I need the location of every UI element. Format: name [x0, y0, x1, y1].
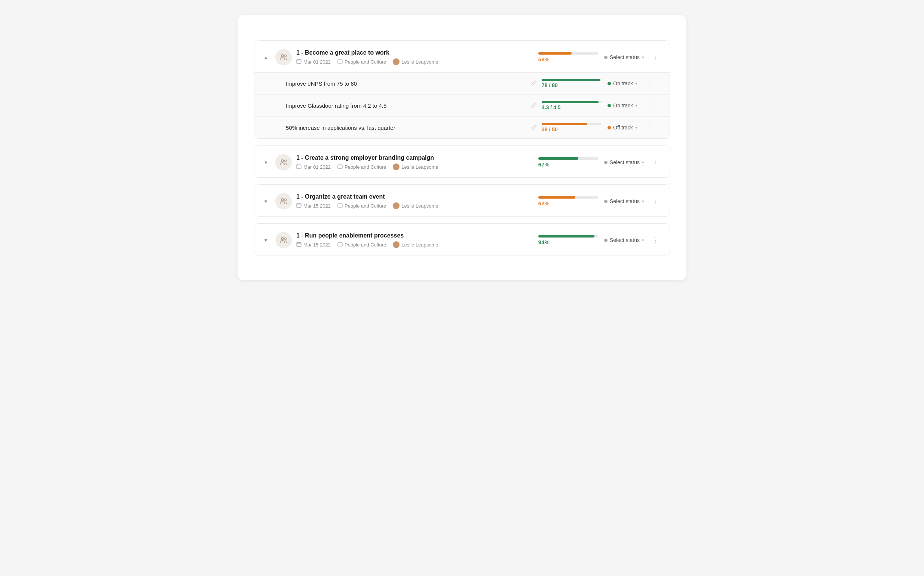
svg-point-10 — [285, 160, 287, 162]
goal-owner-text: Leslie Leapsome — [401, 242, 438, 248]
goal-right-section: 94%Select status▾⋮ — [538, 235, 661, 245]
svg-rect-6 — [338, 60, 342, 63]
goal-status-select[interactable]: Select status▾ — [604, 54, 644, 60]
expand-button[interactable]: ▾ — [260, 157, 271, 168]
expand-button[interactable]: ▾ — [260, 196, 271, 206]
sub-goal-right-section: 38 / 50Off track▾⋮ — [542, 123, 661, 133]
goal-avatar — [275, 154, 292, 171]
svg-point-26 — [394, 207, 399, 209]
svg-point-27 — [281, 237, 283, 240]
edit-icon[interactable] — [531, 80, 537, 87]
people-icon — [279, 53, 288, 62]
goal-more-button[interactable]: ⋮ — [650, 196, 661, 206]
goal-progress-bar-container — [538, 52, 598, 54]
goal-info: 1 - Organize a great team event Mar 15 2… — [296, 194, 534, 209]
sub-goal-progress-bar-fill — [542, 79, 600, 81]
goal-date-text: Mar 01 2022 — [303, 164, 331, 170]
goal-team-text: People and Culture — [344, 59, 386, 65]
goal-more-button[interactable]: ⋮ — [650, 235, 661, 245]
collapse-button[interactable]: ▴ — [260, 52, 271, 62]
svg-point-1 — [285, 55, 287, 57]
edit-icon[interactable] — [531, 102, 537, 109]
goal-progress-section: 67% — [538, 157, 598, 168]
status-chevron-icon: ▾ — [642, 160, 644, 165]
sub-goal-progress-section: 38 / 50 — [542, 123, 602, 133]
goal-team: People and Culture — [338, 242, 386, 248]
sub-goal-status-select[interactable]: Off track▾ — [607, 125, 637, 131]
goal-date: Mar 15 2022 — [296, 242, 331, 248]
status-dot — [604, 238, 607, 242]
goal-avatar — [275, 49, 292, 66]
sub-goal-right-section: 78 / 80On track▾⋮ — [542, 78, 661, 88]
svg-point-8 — [394, 63, 399, 65]
owner-avatar — [393, 58, 400, 65]
goal-team: People and Culture — [338, 203, 386, 209]
team-icon — [338, 203, 343, 209]
goal-info: 1 - Create a strong employer branding ca… — [296, 154, 534, 170]
goal-status-select[interactable]: Select status▾ — [604, 237, 644, 243]
svg-point-35 — [394, 246, 399, 248]
goal-team: People and Culture — [338, 164, 386, 170]
status-dot — [604, 56, 607, 59]
calendar-icon — [296, 164, 301, 170]
goal-avatar — [275, 193, 292, 210]
owner-avatar — [393, 163, 400, 170]
svg-point-18 — [281, 198, 283, 201]
sub-status-dot — [607, 82, 611, 85]
goal-team-text: People and Culture — [344, 242, 386, 248]
goal-title: 1 - Run people enablement processes — [296, 232, 534, 239]
goals-list: ▴ 1 - Become a great place to work Mar 0… — [254, 40, 670, 256]
goal-progress-bar-fill — [538, 157, 578, 160]
sub-goal-progress-bar-container — [542, 79, 602, 81]
sub-status-text: On track — [613, 80, 633, 86]
goal-more-button[interactable]: ⋮ — [650, 52, 661, 62]
sub-goal-more-button[interactable]: ⋮ — [644, 78, 655, 88]
sub-goal-row: Improve eNPS from 75 to 8078 / 80On trac… — [255, 72, 669, 94]
sub-goal-status-select[interactable]: On track▾ — [607, 102, 637, 109]
goal-status-select[interactable]: Select status▾ — [604, 198, 644, 204]
goal-header: ▾ 1 - Create a strong employer branding … — [255, 146, 669, 177]
svg-rect-33 — [338, 243, 342, 246]
goal-avatar — [275, 232, 292, 248]
sub-status-chevron-icon: ▾ — [635, 125, 637, 130]
svg-point-19 — [285, 199, 287, 201]
goal-date: Mar 01 2022 — [296, 164, 331, 170]
sub-goals-container: Improve eNPS from 75 to 8078 / 80On trac… — [255, 72, 669, 138]
sub-goal-progress-label: 4.3 / 4.5 — [542, 104, 561, 110]
calendar-icon — [296, 203, 301, 209]
goal-info: 1 - Run people enablement processes Mar … — [296, 232, 534, 248]
goal-progress-label: 62% — [538, 200, 549, 206]
goal-progress-section: 94% — [538, 235, 598, 245]
sub-goal-more-button[interactable]: ⋮ — [644, 101, 655, 110]
edit-icon[interactable] — [531, 124, 537, 131]
sub-goal-progress-label: 38 / 50 — [542, 126, 558, 133]
goal-progress-bar-container — [538, 157, 598, 160]
goal-header: ▾ 1 - Run people enablement processes Ma… — [255, 224, 669, 255]
people-icon — [279, 197, 288, 206]
team-icon — [338, 242, 343, 248]
goal-progress-bar-container — [538, 235, 598, 237]
goal-owner: Leslie Leapsome — [393, 163, 438, 170]
goal-header: ▴ 1 - Become a great place to work Mar 0… — [255, 41, 669, 72]
goal-status-select[interactable]: Select status▾ — [604, 159, 644, 165]
goal-title: 1 - Create a strong employer branding ca… — [296, 154, 534, 161]
goal-owner-text: Leslie Leapsome — [401, 203, 438, 209]
svg-rect-20 — [297, 203, 301, 208]
goal-progress-section: 62% — [538, 196, 598, 206]
sub-goal-progress-bar-fill — [542, 123, 587, 125]
goal-date-text: Mar 15 2022 — [303, 242, 331, 248]
goal-owner: Leslie Leapsome — [393, 58, 438, 65]
sub-goal-status-select[interactable]: On track▾ — [607, 80, 637, 86]
page-container: ▴ 1 - Become a great place to work Mar 0… — [237, 15, 687, 280]
sub-goal-title: Improve Glassdoor rating from 4.2 to 4.5 — [286, 102, 527, 109]
svg-point-34 — [395, 242, 398, 245]
goal-team-text: People and Culture — [344, 164, 386, 170]
sub-goal-progress-label: 78 / 80 — [542, 82, 558, 88]
goal-more-button[interactable]: ⋮ — [650, 157, 661, 167]
goal-info: 1 - Become a great place to work Mar 01 … — [296, 50, 534, 65]
goal-progress-label: 67% — [538, 161, 549, 168]
expand-button[interactable]: ▾ — [260, 235, 271, 245]
sub-goal-more-button[interactable]: ⋮ — [644, 123, 655, 133]
owner-avatar — [393, 241, 400, 248]
status-dot — [604, 200, 607, 203]
